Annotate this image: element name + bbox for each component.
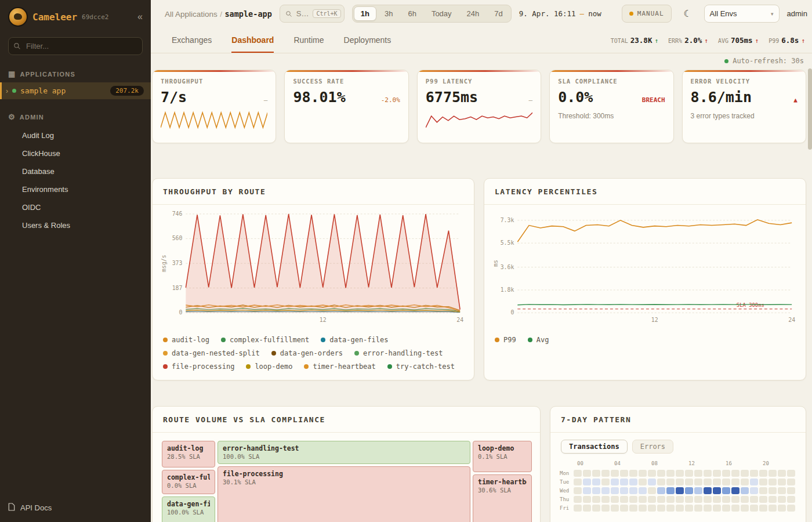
heatmap-cell[interactable] <box>601 470 610 477</box>
heatmap-cell[interactable] <box>741 496 749 503</box>
heatmap-cell[interactable] <box>676 478 684 485</box>
heatmap-cell[interactable] <box>759 496 767 503</box>
heatmap-cell[interactable] <box>611 487 619 494</box>
heatmap-cell[interactable] <box>694 496 702 503</box>
heatmap-toggle-transactions[interactable]: Transactions <box>561 440 628 454</box>
heatmap-cell[interactable] <box>731 478 740 485</box>
heatmap-cell[interactable] <box>768 496 777 503</box>
heatmap-cell[interactable] <box>611 478 619 485</box>
heatmap-toggle-errors[interactable]: Errors <box>632 440 673 454</box>
heatmap-cell[interactable] <box>787 505 795 512</box>
heatmap-cell[interactable] <box>731 487 740 494</box>
sidebar-collapse-icon[interactable]: « <box>137 12 143 21</box>
heatmap-cell[interactable] <box>731 505 740 512</box>
sidebar-item-environments[interactable]: Environments <box>0 180 151 198</box>
sidebar-item-oidc[interactable]: OIDC <box>0 198 151 216</box>
env-select[interactable]: All Envs ▾ <box>704 5 780 23</box>
heatmap-cell[interactable] <box>611 505 619 512</box>
treemap-cell-complex-fulfil[interactable]: complex-fulfil…0.0% SLA <box>162 470 215 494</box>
time-range-24h[interactable]: 24h <box>460 6 487 21</box>
manual-refresh-button[interactable]: MANUAL <box>622 5 672 23</box>
time-range-1h[interactable]: 1h <box>354 6 376 21</box>
tab-dashboard[interactable]: Dashboard <box>231 27 274 53</box>
heatmap-cell[interactable] <box>601 478 610 485</box>
heatmap-cell[interactable] <box>657 505 665 512</box>
heatmap-cell[interactable] <box>620 478 628 485</box>
time-range-3h[interactable]: 3h <box>378 6 400 21</box>
global-search-input[interactable]: S… Ctrl+K <box>280 5 345 23</box>
heatmap-cell[interactable] <box>639 470 647 477</box>
heatmap-cell[interactable] <box>666 496 675 503</box>
heatmap-cell[interactable] <box>750 478 758 485</box>
heatmap-cell[interactable] <box>704 505 712 512</box>
heatmap-cell[interactable] <box>601 496 610 503</box>
time-range-today[interactable]: Today <box>425 6 459 21</box>
time-range-7d[interactable]: 7d <box>487 6 509 21</box>
heatmap-cell[interactable] <box>601 505 610 512</box>
heatmap-cell[interactable] <box>759 478 767 485</box>
heatmap-cell[interactable] <box>574 496 582 503</box>
heatmap-cell[interactable] <box>629 487 637 494</box>
heatmap-cell[interactable] <box>676 470 684 477</box>
heatmap-cell[interactable] <box>704 478 712 485</box>
heatmap-cell[interactable] <box>685 496 693 503</box>
heatmap-cell[interactable] <box>768 470 777 477</box>
heatmap-cell[interactable] <box>629 470 637 477</box>
heatmap-cell[interactable] <box>704 487 712 494</box>
heatmap-cell[interactable] <box>713 487 721 494</box>
heatmap-cell[interactable] <box>768 487 777 494</box>
treemap-cell-file-processing[interactable]: file-processing30.1% SLA <box>217 466 470 522</box>
heatmap-cell[interactable] <box>574 478 582 485</box>
heatmap-cell[interactable] <box>666 470 675 477</box>
heatmap-cell[interactable] <box>666 487 675 494</box>
heatmap-cell[interactable] <box>713 470 721 477</box>
heatmap-cell[interactable] <box>694 487 702 494</box>
heatmap-cell[interactable] <box>787 496 795 503</box>
heatmap-cell[interactable] <box>704 496 712 503</box>
heatmap-cell[interactable] <box>722 496 730 503</box>
heatmap-cell[interactable] <box>574 470 582 477</box>
heatmap-cell[interactable] <box>620 470 628 477</box>
heatmap-cell[interactable] <box>741 487 749 494</box>
heatmap-cell[interactable] <box>611 470 619 477</box>
heatmap-cell[interactable] <box>778 478 786 485</box>
heatmap-cell[interactable] <box>629 505 637 512</box>
heatmap-cell[interactable] <box>657 470 665 477</box>
api-docs-link[interactable]: API Docs <box>0 494 151 522</box>
time-range-6h[interactable]: 6h <box>401 6 423 21</box>
heatmap-cell[interactable] <box>574 505 582 512</box>
heatmap-cell[interactable] <box>778 505 786 512</box>
heatmap-cell[interactable] <box>685 505 693 512</box>
breadcrumb-root[interactable]: All Applications <box>165 10 217 19</box>
heatmap-cell[interactable] <box>759 505 767 512</box>
heatmap-cell[interactable] <box>713 496 721 503</box>
heatmap-cell[interactable] <box>741 470 749 477</box>
heatmap-cell[interactable] <box>713 505 721 512</box>
heatmap-cell[interactable] <box>574 487 582 494</box>
heatmap-cell[interactable] <box>722 487 730 494</box>
heatmap-cell[interactable] <box>787 487 795 494</box>
sidebar-filter-input[interactable] <box>8 37 143 55</box>
heatmap-cell[interactable] <box>648 496 656 503</box>
heatmap-cell[interactable] <box>657 487 665 494</box>
heatmap-cell[interactable] <box>592 505 600 512</box>
treemap-cell-audit-log[interactable]: audit-log28.5% SLA <box>162 441 215 467</box>
heatmap-cell[interactable] <box>750 496 758 503</box>
heatmap-cell[interactable] <box>657 478 665 485</box>
heatmap-cell[interactable] <box>648 505 656 512</box>
heatmap-cell[interactable] <box>592 478 600 485</box>
heatmap-cell[interactable] <box>583 487 591 494</box>
heatmap-cell[interactable] <box>759 487 767 494</box>
heatmap-cell[interactable] <box>741 478 749 485</box>
heatmap-cell[interactable] <box>583 470 591 477</box>
heatmap-cell[interactable] <box>583 505 591 512</box>
heatmap-cell[interactable] <box>731 470 740 477</box>
heatmap-cell[interactable] <box>722 505 730 512</box>
treemap-cell-error-handling-test[interactable]: error-handling-test100.0% SLA <box>217 441 470 464</box>
heatmap-cell[interactable] <box>629 496 637 503</box>
page-scrollbar[interactable] <box>808 68 812 150</box>
heatmap-cell[interactable] <box>639 505 647 512</box>
heatmap-cell[interactable] <box>694 505 702 512</box>
heatmap-cell[interactable] <box>787 470 795 477</box>
treemap-cell-timer-heartbeat[interactable]: timer-heartbeat30.6% SLA <box>473 474 532 522</box>
